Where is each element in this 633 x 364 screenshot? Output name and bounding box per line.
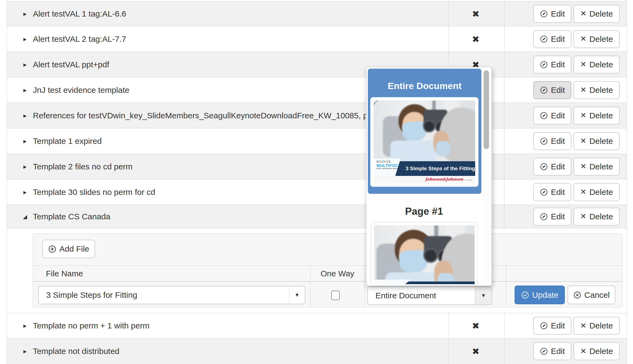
edit-button[interactable]: Edit (533, 317, 571, 335)
add-file-button[interactable]: Add File (42, 240, 95, 258)
brand-multifocal: MULTIFOCAL (377, 163, 401, 168)
delete-button[interactable]: ✕ Delete (574, 208, 620, 226)
row-label: JnJ test evidence template (33, 86, 129, 95)
column-divider (504, 154, 504, 179)
column-divider (504, 1, 504, 26)
delete-button[interactable]: ✕ Delete (574, 132, 620, 150)
page-1-thumbnail[interactable] (371, 222, 478, 286)
x-icon: ✕ (580, 61, 587, 68)
expand-arrow-icon[interactable]: ▸ (20, 112, 30, 119)
expand-arrow-icon[interactable]: ▸ (20, 347, 30, 355)
table-row: ▸ Alert testVAL ppt+pdf ✖ Edit ✕ Delete (7, 52, 627, 77)
one-way-checkbox[interactable] (331, 290, 340, 300)
delete-label: Delete (589, 188, 613, 197)
document-thumbnail[interactable]: ACUVUE MULTIFOCAL PUPIL OPTIMIZED DESIGN… (370, 97, 478, 187)
update-label: Update (532, 290, 559, 300)
delete-button[interactable]: ✕ Delete (574, 56, 620, 74)
delete-label: Delete (589, 9, 613, 18)
cancel-label: Cancel (584, 290, 610, 300)
file-edit-panel: Add File File Name One Way 3 Simple Step… (33, 233, 622, 307)
pencil-circle-icon (540, 86, 548, 94)
file-name-select[interactable]: 3 Simple Steps for Fitting ▼ (38, 286, 305, 304)
edit-button[interactable]: Edit (533, 5, 571, 23)
cancel-button[interactable]: Cancel (568, 286, 615, 304)
column-divider (504, 179, 504, 205)
delete-button[interactable]: ✕ Delete (574, 107, 620, 125)
delete-button[interactable]: ✕ Delete (574, 183, 620, 201)
edit-button-active[interactable]: Edit (533, 81, 571, 99)
expand-arrow-icon[interactable]: ▸ (20, 86, 30, 94)
edit-button[interactable]: Edit (533, 342, 571, 360)
edit-button[interactable]: Edit (533, 107, 571, 125)
expanded-file-row: Add File File Name One Way 3 Simple Step… (7, 228, 627, 313)
pencil-circle-icon (540, 322, 548, 330)
edit-button[interactable]: Edit (533, 56, 571, 74)
pencil-circle-icon (540, 188, 548, 196)
expand-arrow-icon[interactable]: ▸ (20, 188, 30, 196)
expand-arrow-icon[interactable]: ▸ (20, 61, 30, 68)
one-way-header: One Way (310, 269, 365, 278)
pencil-circle-icon (540, 347, 548, 355)
delete-label: Delete (589, 212, 613, 221)
delete-button[interactable]: ✕ Delete (574, 30, 620, 48)
table-row-expanded-header: ◢ Template CS Canada Edit ✕ Delete (7, 205, 627, 228)
pencil-circle-icon (540, 35, 548, 43)
delete-label: Delete (589, 137, 613, 146)
collapse-arrow-icon[interactable]: ◢ (20, 213, 30, 220)
x-circle-icon (573, 291, 581, 299)
page-select[interactable]: Entire Document ▼ (367, 286, 492, 305)
expand-arrow-icon[interactable]: ▸ (20, 163, 30, 170)
not-distributed-x-mark: ✖ (467, 346, 485, 357)
edit-button[interactable]: Edit (533, 132, 571, 150)
acuvue-brand-panel: ACUVUE MULTIFOCAL PUPIL OPTIMIZED DESIGN (374, 159, 401, 176)
chevron-down-icon[interactable]: ▼ (289, 286, 305, 304)
update-button[interactable]: Update (515, 286, 565, 304)
column-divider (449, 1, 449, 26)
slide-title-band: ACUVUE MULTIFOCAL PUPIL OPTIMIZED DESIGN… (374, 161, 475, 176)
expand-arrow-icon[interactable]: ▸ (20, 137, 30, 145)
slide-preview: ACUVUE MULTIFOCAL PUPIL OPTIMIZED DESIGN… (374, 100, 475, 183)
popup-scrollbar-thumb[interactable] (484, 70, 489, 149)
table-row: ▸ Alert testVAL 1 tag:AL-6.6 ✖ Edit ✕ De… (7, 1, 627, 26)
column-divider (449, 338, 449, 364)
table-row: ▸ JnJ test evidence template ✖ Edit ✕ De… (7, 77, 627, 103)
expand-arrow-icon[interactable]: ▸ (20, 35, 30, 43)
delete-label: Delete (589, 111, 613, 120)
column-divider (504, 205, 504, 228)
edit-button[interactable]: Edit (533, 208, 571, 226)
pencil-circle-icon (540, 61, 548, 69)
delete-button[interactable]: ✕ Delete (574, 5, 620, 23)
entire-document-card[interactable]: Entire Document (368, 69, 481, 194)
expand-arrow-icon[interactable]: ▸ (20, 322, 30, 330)
check-circle-icon (521, 291, 529, 299)
row-label: Template 2 files no cd perm (33, 162, 133, 171)
edit-button[interactable]: Edit (533, 158, 571, 176)
phoropter-lens (423, 120, 435, 132)
column-divider (506, 265, 506, 307)
table-row: ▸ Template not distributed ✖ Edit ✕ Dele… (7, 338, 627, 364)
table-row: ▸ References for testVDwin_key_SlideMemb… (7, 103, 627, 128)
column-divider (310, 265, 311, 307)
edit-label: Edit (551, 34, 565, 44)
row-label: Template 30 slides no perm for cd (33, 188, 155, 197)
column-divider (504, 52, 504, 77)
slide-photo (374, 225, 475, 284)
chevron-down-icon[interactable]: ▼ (475, 287, 492, 304)
delete-button[interactable]: ✕ Delete (574, 342, 620, 360)
delete-button[interactable]: ✕ Delete (574, 317, 620, 335)
row-label: Template no perm + 1 with perm (33, 321, 149, 330)
edit-button[interactable]: Edit (533, 30, 571, 48)
expand-arrow-icon[interactable]: ▸ (20, 10, 30, 18)
row-label: Template not distributed (33, 347, 120, 356)
delete-button[interactable]: ✕ Delete (574, 158, 620, 176)
column-divider (504, 26, 504, 52)
edit-label: Edit (551, 321, 565, 330)
brand-subline: PUPIL OPTIMIZED DESIGN (377, 168, 401, 169)
edit-button[interactable]: Edit (533, 183, 571, 201)
delete-label: Delete (589, 162, 613, 171)
slide-footer: Johnson&Johnson VISION (374, 176, 475, 183)
johnson-and-johnson-logo: Johnson&Johnson (425, 177, 463, 181)
delete-button[interactable]: ✕ Delete (574, 81, 620, 99)
delete-label: Delete (589, 34, 613, 44)
table-row: ▸ Template 30 slides no perm for cd ✖ Ed… (7, 179, 627, 205)
